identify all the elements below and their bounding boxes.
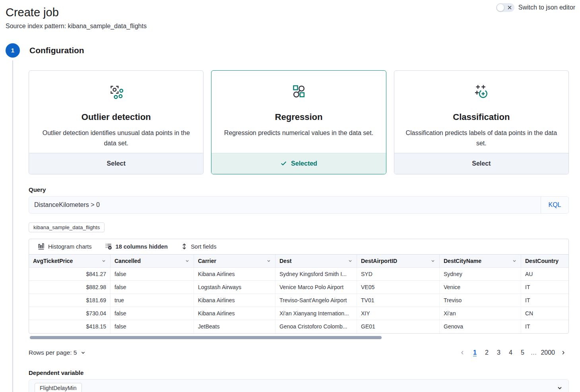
cell-dest: Sydney Kingsford Smith I... xyxy=(275,268,357,281)
column-header-destairportid[interactable]: DestAirportID xyxy=(357,255,440,268)
card-classification[interactable]: Classification Classification predicts l… xyxy=(394,70,569,174)
configuration-section: Outlier detection Outlier detection iden… xyxy=(29,70,569,392)
column-label: AvgTicketPrice xyxy=(33,258,73,264)
histogram-charts-button[interactable]: Histogram charts xyxy=(38,243,92,250)
prev-page-button[interactable] xyxy=(457,347,468,358)
column-header-cancelled[interactable]: Cancelled xyxy=(111,255,194,268)
cell-cancelled: false xyxy=(111,320,194,333)
cell-destcityname: Xi'an xyxy=(440,307,521,320)
card-title: Outlier detection xyxy=(81,112,151,122)
column-label: Carrier xyxy=(198,258,216,264)
select-classification-label: Select xyxy=(472,160,491,167)
cell-destcityname: Venice xyxy=(440,281,521,294)
cell-destcountry: AU xyxy=(521,268,568,281)
cell-dest: Xi'an Xianyang Internation... xyxy=(275,307,357,320)
column-label: DestAirportID xyxy=(361,258,397,264)
cell-avgticketprice: $181.69 xyxy=(29,294,111,307)
select-outlier-button[interactable]: Select xyxy=(29,153,203,174)
classification-icon xyxy=(473,82,489,102)
page-button-2000[interactable]: 2000 xyxy=(539,348,556,358)
chevron-right-icon xyxy=(561,350,566,355)
page-button-4[interactable]: 4 xyxy=(505,348,516,358)
column-header-dest[interactable]: Dest xyxy=(275,255,357,268)
kql-language-button[interactable]: KQL xyxy=(541,197,568,213)
column-label: Dest xyxy=(279,258,291,264)
chevron-down-icon xyxy=(266,259,271,263)
step-title: Configuration xyxy=(29,46,84,55)
chevron-down-icon xyxy=(348,259,353,263)
sort-fields-button[interactable]: Sort fields xyxy=(181,243,216,250)
cell-carrier: JetBeats xyxy=(194,320,275,333)
card-outlier-body: Outlier detection Outlier detection iden… xyxy=(29,71,203,153)
rows-per-page-button[interactable]: Rows per page: 5 xyxy=(29,349,86,356)
page-button-1[interactable]: 1 xyxy=(469,348,480,358)
analysis-type-cards: Outlier detection Outlier detection iden… xyxy=(29,70,569,174)
column-header-carrier[interactable]: Carrier xyxy=(194,255,275,268)
card-title: Classification xyxy=(453,112,510,122)
page-button-2[interactable]: 2 xyxy=(481,348,492,358)
regression-icon xyxy=(291,82,306,102)
sort-fields-label: Sort fields xyxy=(191,243,216,250)
cell-destcityname: Genova xyxy=(440,320,521,333)
column-label: DestCityName xyxy=(444,258,481,264)
json-editor-toggle-group: Switch to json editor xyxy=(496,3,575,12)
card-regression[interactable]: Regression Regression predicts numerical… xyxy=(211,70,386,174)
chevron-down-icon xyxy=(185,259,190,263)
select-outlier-label: Select xyxy=(107,160,126,167)
switch-thumb xyxy=(497,4,504,12)
query-input[interactable]: DistanceKilometers > 0 xyxy=(29,197,541,213)
scrollbar-thumb[interactable] xyxy=(30,336,382,339)
page-ellipsis: … xyxy=(529,349,538,356)
page-header: Create job Source index pattern: kibana_… xyxy=(0,0,580,30)
grid-table: AvgTicketPrice Cancelled Carrier Dest De… xyxy=(29,255,568,333)
column-header-avgticketprice[interactable]: AvgTicketPrice xyxy=(29,255,111,268)
dependent-variable-value-badge[interactable]: FlightDelayMin xyxy=(35,383,82,392)
cell-destairportid: SYD xyxy=(357,268,440,281)
cell-carrier: Kibana Airlines xyxy=(194,268,275,281)
chevron-down-icon xyxy=(557,385,563,391)
grid-body: $841.27 false Kibana Airlines Sydney Kin… xyxy=(29,268,568,333)
cell-destcityname: Sydney xyxy=(440,268,521,281)
index-pattern-badge: kibana_sample_data_flights xyxy=(29,222,105,232)
step-connector-line xyxy=(12,60,13,392)
regression-selected-label: Selected xyxy=(291,160,317,167)
dependent-variable-label: Dependent variable xyxy=(29,369,569,376)
grid-header-row: AvgTicketPrice Cancelled Carrier Dest De… xyxy=(29,255,568,268)
cell-cancelled: false xyxy=(111,268,194,281)
query-label: Query xyxy=(29,186,569,193)
columns-icon xyxy=(105,243,112,250)
columns-hidden-button[interactable]: 18 columns hidden xyxy=(105,243,168,250)
table-row: $882.98 false Logstash Airways Venice Ma… xyxy=(29,281,568,294)
card-outlier-detection[interactable]: Outlier detection Outlier detection iden… xyxy=(29,70,204,174)
column-header-destcityname[interactable]: DestCityName xyxy=(440,255,521,268)
card-description: Regression predicts numerical values in … xyxy=(224,128,373,138)
column-header-destcountry[interactable]: DestCountry xyxy=(521,255,568,268)
column-label: Cancelled xyxy=(114,258,141,264)
cell-dest: Treviso-Sant'Angelo Airport xyxy=(275,294,357,307)
cell-destairportid: XIY xyxy=(357,307,440,320)
cell-cancelled: true xyxy=(111,294,194,307)
data-grid: Histogram charts 18 columns hidden Sort … xyxy=(29,239,569,334)
cell-destcountry: IT xyxy=(521,281,568,294)
card-title: Regression xyxy=(275,112,323,122)
select-classification-button[interactable]: Select xyxy=(394,153,568,174)
cell-carrier: Kibana Airlines xyxy=(194,307,275,320)
rows-per-page-label: Rows per page: 5 xyxy=(29,349,77,356)
horizontal-scrollbar xyxy=(29,336,569,339)
step-number-badge: 1 xyxy=(6,43,20,58)
json-editor-switch[interactable] xyxy=(496,3,514,12)
next-page-button[interactable] xyxy=(558,347,569,358)
json-editor-toggle-label: Switch to json editor xyxy=(518,4,575,11)
cell-destcountry: IT xyxy=(521,294,568,307)
regression-selected-button[interactable]: Selected xyxy=(211,153,386,174)
columns-hidden-label: 18 columns hidden xyxy=(116,243,168,250)
cell-destairportid: GE01 xyxy=(357,320,440,333)
data-grid-toolbar: Histogram charts 18 columns hidden Sort … xyxy=(29,239,568,255)
query-bar: DistanceKilometers > 0 KQL xyxy=(29,196,569,214)
grid-footer: Rows per page: 5 1 2 3 4 5 … 2000 xyxy=(29,347,569,358)
dependent-variable-select[interactable]: FlightDelayMin xyxy=(29,379,569,392)
page-button-3[interactable]: 3 xyxy=(493,348,504,358)
card-regression-body: Regression Regression predicts numerical… xyxy=(211,71,386,153)
cross-icon xyxy=(507,5,512,10)
page-button-5[interactable]: 5 xyxy=(517,348,528,358)
